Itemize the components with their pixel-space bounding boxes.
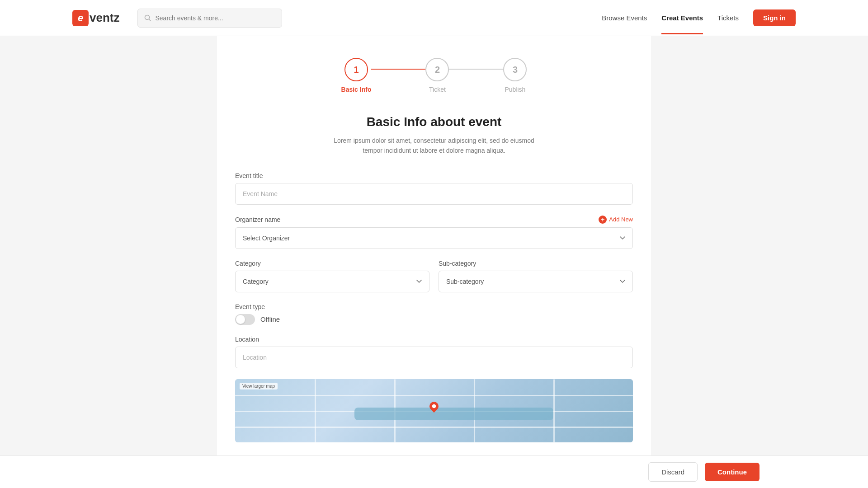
offline-label: Offline: [260, 315, 280, 323]
category-select[interactable]: Category: [235, 271, 429, 292]
search-icon: [144, 14, 151, 22]
step-1-label: Basic Info: [341, 86, 372, 93]
subcategory-select[interactable]: Sub-category: [439, 271, 633, 292]
form-description-line2: tempor incididunt ut labore et dolore ma…: [363, 147, 505, 154]
form-title: Basic Info about event: [235, 115, 633, 129]
step-line-2-3: [449, 69, 503, 70]
logo-icon: e: [72, 10, 89, 26]
organizer-select[interactable]: Select Organizer: [235, 227, 633, 249]
step-1: 1 Basic Info: [341, 58, 372, 93]
organizer-label-row: Organizer name + Add New: [235, 216, 633, 224]
map-marker: [428, 400, 440, 413]
step-2-label: Ticket: [429, 86, 446, 93]
organizer-label: Organizer name: [235, 216, 280, 223]
event-type-label: Event type: [235, 303, 633, 310]
category-row: Category Category Sub-category Sub-categ…: [235, 260, 633, 292]
category-group: Category Category: [235, 260, 429, 292]
logo-text: ventz: [90, 11, 119, 25]
location-group: Location: [235, 336, 633, 368]
step-3-label: Publish: [505, 86, 525, 93]
map-preview: View larger map: [235, 379, 633, 442]
location-input[interactable]: [235, 347, 633, 368]
stepper: 1 Basic Info 2 Ticket 3 Publish: [235, 58, 633, 93]
search-bar: [137, 9, 282, 28]
subcategory-label: Sub-category: [439, 260, 633, 267]
step-2-number: 2: [435, 65, 440, 75]
discard-button[interactable]: Discard: [648, 462, 698, 482]
event-type-group: Event type Offline: [235, 303, 633, 325]
form-description-line1: Lorem ipsum dolor sit amet, consectetur …: [334, 137, 534, 144]
add-new-button[interactable]: + Add New: [599, 216, 633, 224]
offline-toggle[interactable]: [235, 314, 255, 325]
event-title-group: Event title: [235, 172, 633, 205]
search-input[interactable]: [155, 14, 275, 22]
step-2-circle: 2: [425, 58, 449, 81]
step-1-circle: 1: [344, 58, 368, 81]
logo[interactable]: e ventz: [72, 10, 119, 26]
step-line-1-2: [371, 69, 425, 70]
step-1-number: 1: [354, 65, 359, 75]
nav-browse-events[interactable]: Browse Events: [602, 14, 647, 22]
subcategory-group: Sub-category Sub-category: [439, 260, 633, 292]
step-3: 3 Publish: [503, 58, 527, 93]
nav-create-events[interactable]: Creat Events: [661, 14, 703, 22]
step-3-circle: 3: [503, 58, 527, 81]
sign-in-button[interactable]: Sign in: [753, 9, 796, 26]
map-background: View larger map: [235, 379, 633, 442]
main-content: 1 Basic Info 2 Ticket 3 Publish Basic In…: [217, 36, 651, 488]
svg-line-1: [149, 19, 151, 21]
event-type-toggle-row: Offline: [235, 314, 633, 325]
organizer-group: Organizer name + Add New Select Organize…: [235, 216, 633, 249]
form-description: Lorem ipsum dolor sit amet, consectetur …: [235, 136, 633, 156]
category-label: Category: [235, 260, 429, 267]
map-label: View larger map: [240, 383, 278, 389]
event-title-input[interactable]: [235, 183, 633, 205]
bottom-bar: Discard Continue: [0, 455, 868, 488]
navbar: e ventz Browse Events Creat Events Ticke…: [0, 0, 868, 36]
location-input-wrapper: [235, 347, 633, 368]
add-new-label: Add New: [609, 216, 633, 223]
form-header: Basic Info about event Lorem ipsum dolor…: [235, 115, 633, 156]
nav-links: Browse Events Creat Events Tickets Sign …: [602, 9, 796, 26]
add-new-icon: +: [599, 216, 607, 224]
step-3-number: 3: [513, 65, 518, 75]
continue-button[interactable]: Continue: [705, 463, 760, 481]
step-2: 2 Ticket: [425, 58, 449, 93]
location-label: Location: [235, 336, 633, 343]
event-title-label: Event title: [235, 172, 633, 179]
nav-tickets[interactable]: Tickets: [717, 14, 739, 22]
